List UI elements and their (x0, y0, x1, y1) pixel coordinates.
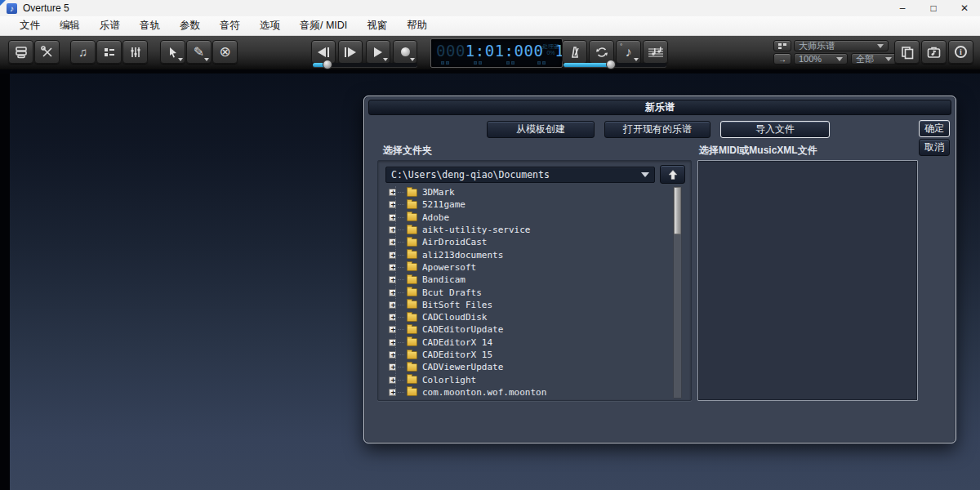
folder-name[interactable]: 5211game (422, 199, 466, 210)
menu-item[interactable]: 文件 (10, 16, 50, 35)
slider-knob[interactable] (606, 60, 616, 69)
maximize-button[interactable]: □ (918, 0, 949, 16)
folder-tree-row[interactable]: CADCloudDisk (381, 311, 669, 323)
menu-item[interactable]: 帮助 (397, 16, 437, 35)
slider-knob[interactable] (323, 60, 332, 69)
folder-tree-row[interactable]: Bcut Drafts (381, 286, 669, 298)
filter-select-dropdown[interactable]: 全部 (851, 53, 897, 65)
scrollbar-thumb[interactable] (674, 187, 681, 234)
folder-tree-row[interactable]: CADViewerUpdate (381, 361, 669, 373)
info-button[interactable]: i (948, 40, 973, 64)
folder-name[interactable]: Bcut Drafts (422, 287, 482, 298)
folder-name[interactable]: Adobe (422, 212, 449, 223)
expand-plus-icon[interactable] (389, 226, 396, 234)
menu-item[interactable]: 参数 (170, 16, 210, 35)
menu-item[interactable]: 音轨 (130, 16, 170, 35)
folder-name[interactable]: com.moonton.wof.moonton (422, 387, 546, 398)
folder-tree-row[interactable]: 5211game (381, 198, 669, 211)
dialog-title-bar[interactable]: 新乐谱 (368, 100, 951, 115)
folder-tree-row[interactable]: BitSoft Files (381, 299, 669, 311)
folder-tree-row[interactable]: 3DMark (381, 186, 669, 198)
note-duration-button[interactable]: ♪ ° (616, 40, 641, 64)
cancel-button[interactable]: 取消 (919, 139, 950, 156)
expand-plus-icon[interactable] (389, 201, 396, 208)
folder-name[interactable]: CADEditorX 14 (422, 337, 492, 348)
expand-plus-icon[interactable] (389, 189, 396, 196)
play-button[interactable] (366, 40, 390, 64)
menu-item[interactable]: 音频/ MIDI (290, 16, 357, 35)
minimize-button[interactable]: – (887, 0, 918, 16)
folder-name[interactable]: ali213documents (422, 250, 503, 261)
folder-tree-row[interactable]: Colorlight (381, 373, 669, 385)
transport-position-slider[interactable] (313, 63, 417, 67)
expand-plus-icon[interactable] (389, 276, 396, 283)
zoom-select-dropdown[interactable]: 100% (794, 53, 848, 65)
step-forward-button[interactable] (338, 40, 363, 64)
folder-name[interactable]: CADEditorUpdate (422, 324, 503, 335)
score-select-dropdown[interactable]: 大师乐谱 (794, 40, 889, 51)
tempo-slider[interactable] (564, 63, 666, 67)
from-template-button[interactable]: 从模板创建 (487, 121, 595, 138)
expand-plus-icon[interactable] (389, 264, 396, 271)
menu-item[interactable]: 视窗 (357, 16, 397, 35)
score-manager-button[interactable] (773, 40, 791, 51)
expand-plus-icon[interactable] (389, 289, 396, 296)
expand-plus-icon[interactable] (389, 238, 396, 246)
import-file-button[interactable]: 导入文件 (720, 121, 830, 138)
folder-name[interactable]: CADViewerUpdate (422, 362, 503, 372)
librarian-button[interactable] (8, 40, 33, 64)
open-existing-button[interactable]: 打开现有的乐谱 (604, 121, 710, 138)
record-button[interactable] (393, 40, 417, 64)
folder-tree-row[interactable]: Apowersoft (381, 261, 669, 274)
metronome-button[interactable] (562, 40, 587, 64)
folder-tree-row[interactable]: CADEditorX 14 (381, 336, 669, 349)
folder-name[interactable]: CADEditorX 15 (422, 350, 492, 360)
folder-tree-row[interactable]: aikt-utility-service (381, 224, 669, 236)
menu-item[interactable]: 音符 (210, 16, 250, 35)
expand-plus-icon[interactable] (389, 252, 396, 259)
midi-file-listbox[interactable] (697, 160, 918, 401)
ok-button[interactable]: 确定 (919, 120, 950, 137)
expand-plus-icon[interactable] (389, 339, 396, 346)
tools-button[interactable] (34, 40, 60, 64)
folder-tree-row[interactable]: Adobe (381, 212, 669, 224)
folder-name[interactable]: CADCloudDisk (422, 312, 487, 323)
menu-item[interactable]: 编辑 (50, 16, 90, 35)
folder-tree-row[interactable]: AirDroidCast (381, 236, 669, 248)
expand-plus-icon[interactable] (389, 376, 396, 384)
folder-name[interactable]: Colorlight (422, 375, 476, 385)
select-tool-button[interactable] (160, 40, 185, 64)
music-library-button[interactable] (921, 40, 947, 64)
folder-tree-row[interactable]: Bandicam (381, 274, 669, 286)
go-arrow-button[interactable]: → (773, 53, 791, 65)
folder-tree-row[interactable]: com.moonton.wof.moonton (381, 386, 669, 399)
expand-plus-icon[interactable] (389, 214, 396, 221)
folder-name[interactable]: Bandicam (422, 274, 466, 285)
menu-item[interactable]: 乐谱 (90, 16, 130, 35)
folder-name[interactable]: aikt-utility-service (422, 225, 530, 235)
mixer-button[interactable] (122, 40, 148, 64)
expand-plus-icon[interactable] (389, 314, 396, 321)
staff-view-button[interactable] (643, 40, 668, 64)
expand-plus-icon[interactable] (389, 326, 396, 333)
expand-plus-icon[interactable] (389, 301, 396, 309)
close-button[interactable]: ✕ (949, 0, 980, 16)
folder-name[interactable]: Apowersoft (422, 262, 476, 273)
copy-pages-button[interactable] (894, 40, 920, 64)
folder-tree-row[interactable]: CADEditorX 15 (381, 349, 669, 361)
path-dropdown[interactable]: C:\Users\deng-qiao\Documents (385, 167, 655, 183)
folder-name[interactable]: 3DMark (422, 187, 455, 198)
eraser-tool-button[interactable]: ⊗ (212, 40, 238, 64)
track-list-button[interactable] (96, 40, 122, 64)
tree-scrollbar[interactable] (673, 186, 682, 399)
folder-tree-row[interactable]: CADEditorUpdate (381, 323, 669, 336)
notation-button[interactable]: ♫ (70, 40, 96, 64)
folder-name[interactable]: BitSoft Files (422, 300, 492, 310)
folder-name[interactable]: AirDroidCast (422, 237, 487, 247)
menu-item[interactable]: 选项 (250, 16, 290, 35)
pencil-tool-button[interactable]: ✎ (186, 40, 212, 64)
folder-tree-row[interactable]: ali213documents (381, 248, 669, 261)
expand-plus-icon[interactable] (389, 389, 396, 396)
folder-up-button[interactable] (660, 165, 685, 184)
expand-plus-icon[interactable] (389, 363, 396, 371)
